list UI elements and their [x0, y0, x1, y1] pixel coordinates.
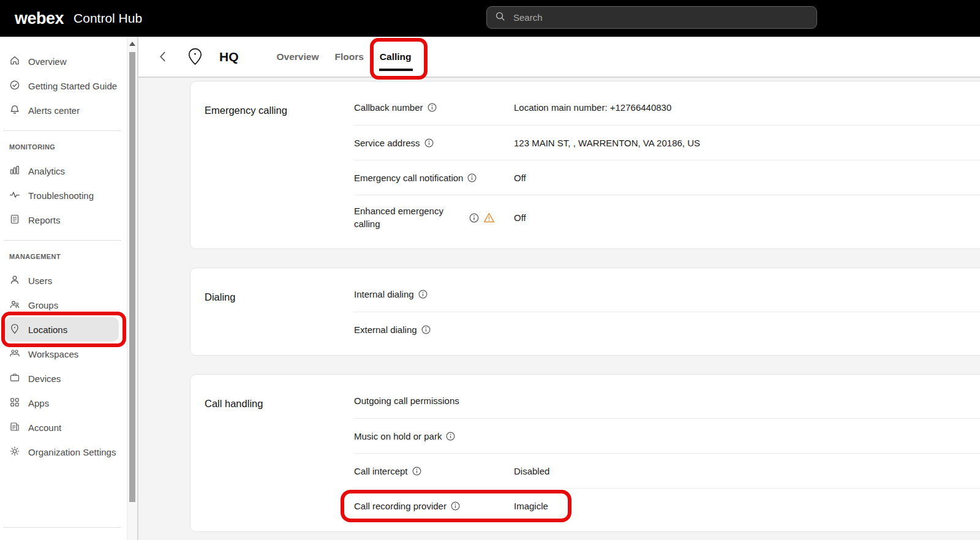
sidebar-heading-management: MANAGEMENT: [0, 243, 137, 268]
label-text: Outgoing call permissions: [354, 396, 459, 406]
label-text: Music on hold or park: [354, 431, 442, 441]
location-pin-icon: [188, 48, 202, 66]
info-icon[interactable]: [469, 213, 479, 223]
sidebar: Overview Getting Started Guide Alerts ce…: [0, 37, 138, 540]
bell-icon: [9, 104, 20, 117]
sidebar-item-workspaces[interactable]: Workspaces: [0, 342, 118, 366]
section-call-handling: Call handling Outgoing call permissions …: [190, 374, 980, 532]
active-tab-underline: [379, 69, 413, 71]
row-label: Call intercept: [354, 466, 514, 476]
label-text: Service address: [354, 138, 420, 148]
sidebar-divider: [4, 130, 121, 131]
location-pin-icon: [9, 323, 20, 336]
location-tabs: Overview Floors Calling: [277, 51, 412, 62]
sidebar-item-label: Workspaces: [28, 349, 78, 359]
row-callback-number[interactable]: Callback number Location main number: +1…: [354, 90, 980, 125]
row-label: Emergency call notification: [354, 173, 514, 183]
sidebar-item-label: Apps: [28, 398, 49, 408]
person-icon: [9, 274, 20, 287]
row-enhanced-emergency-calling[interactable]: Enhanced emergency calling Off: [354, 195, 980, 240]
search-icon: [495, 11, 505, 24]
row-call-intercept[interactable]: Call intercept Disabled: [354, 453, 980, 488]
sidebar-item-overview[interactable]: Overview: [0, 49, 118, 73]
people-icon: [9, 299, 20, 312]
row-music-on-hold-or-park[interactable]: Music on hold or park: [354, 418, 980, 453]
device-icon: [9, 372, 20, 385]
sidebar-item-getting-started-guide[interactable]: Getting Started Guide: [0, 73, 118, 98]
document-icon: [9, 214, 20, 227]
apps-grid-icon: [9, 397, 20, 410]
sidebar-item-troubleshooting[interactable]: Troubleshooting: [0, 183, 118, 208]
sidebar-item-account[interactable]: Account: [0, 415, 118, 440]
page-title: HQ: [219, 50, 239, 64]
info-icon[interactable]: [451, 501, 460, 511]
info-icon[interactable]: [446, 432, 455, 441]
sidebar-item-devices[interactable]: Devices: [0, 366, 118, 391]
sidebar-item-label: Account: [28, 422, 61, 433]
sidebar-item-locations[interactable]: Locations: [5, 317, 119, 342]
bar-chart-icon: [9, 165, 20, 178]
label-text: External dialing: [354, 324, 417, 335]
sidebar-item-label: Users: [28, 276, 52, 286]
row-label: External dialing: [354, 324, 514, 335]
label-text: Call intercept: [354, 466, 408, 476]
sidebar-item-label: Devices: [28, 373, 61, 384]
label-text: Callback number: [354, 102, 423, 113]
location-header: HQ Overview Floors Calling: [138, 37, 980, 78]
row-external-dialing[interactable]: External dialing: [354, 312, 980, 347]
tab-overview[interactable]: Overview: [277, 51, 319, 62]
label-text: Emergency call notification: [354, 173, 463, 183]
info-icon[interactable]: [424, 138, 434, 148]
sidebar-item-apps[interactable]: Apps: [0, 391, 118, 415]
row-label: Service address: [354, 138, 514, 148]
section-title: Call handling: [205, 383, 354, 523]
sidebar-divider: [4, 527, 121, 528]
label-text: Call recording provider: [354, 501, 447, 511]
sidebar-item-label: Organization Settings: [28, 447, 116, 457]
back-button[interactable]: [154, 49, 171, 64]
row-label: Music on hold or park: [354, 431, 514, 441]
search-input[interactable]: [512, 12, 809, 23]
check-circle-icon: [9, 80, 20, 92]
search-box[interactable]: [486, 6, 817, 29]
sidebar-item-label: Alerts center: [28, 105, 80, 116]
info-icon[interactable]: [421, 325, 431, 334]
row-emergency-call-notification[interactable]: Emergency call notification Off: [354, 160, 980, 195]
warning-icon[interactable]: [483, 212, 495, 223]
sidebar-item-reports[interactable]: Reports: [0, 208, 118, 232]
sidebar-item-organization-settings[interactable]: Organization Settings: [0, 440, 118, 464]
sidebar-item-users[interactable]: Users: [0, 268, 118, 293]
info-icon[interactable]: [418, 290, 428, 299]
scrollbar-thumb[interactable]: [129, 52, 135, 502]
row-outgoing-call-permissions[interactable]: Outgoing call permissions: [354, 383, 980, 418]
sidebar-item-label: Reports: [28, 215, 61, 225]
row-label: Internal dialing: [354, 289, 514, 299]
tab-label: Calling: [380, 51, 412, 62]
tab-calling[interactable]: Calling: [380, 51, 412, 62]
row-call-recording-provider[interactable]: Call recording provider Imagicle: [354, 488, 980, 523]
sidebar-item-alerts-center[interactable]: Alerts center: [0, 98, 118, 122]
workspaces-icon: [9, 348, 20, 361]
sidebar-item-groups[interactable]: Groups: [0, 293, 118, 317]
row-label: Callback number: [354, 102, 514, 113]
info-icon[interactable]: [467, 173, 477, 182]
sidebar-scrollbar[interactable]: [127, 37, 137, 540]
label-text: Enhanced emergency calling: [354, 205, 455, 230]
row-internal-dialing[interactable]: Internal dialing: [354, 277, 980, 312]
row-service-address[interactable]: Service address 123 MAIN ST, , WARRENTON…: [354, 125, 980, 160]
row-value: Disabled: [514, 466, 549, 476]
tab-floors[interactable]: Floors: [334, 51, 363, 62]
row-label: Outgoing call permissions: [354, 396, 514, 406]
calling-settings-content: Emergency calling Callback number Locati…: [138, 78, 980, 540]
sidebar-item-label: Analytics: [28, 166, 65, 176]
info-icon[interactable]: [428, 103, 437, 112]
product-name: Control Hub: [74, 11, 142, 26]
row-value: Imagicle: [514, 501, 548, 511]
sidebar-item-label: Locations: [28, 324, 67, 335]
webex-logo: webex: [15, 9, 64, 28]
info-icon[interactable]: [412, 467, 421, 476]
section-dialing: Dialing Internal dialing External dialin…: [190, 268, 980, 356]
sidebar-item-analytics[interactable]: Analytics: [0, 159, 118, 183]
scroll-up-arrow-icon[interactable]: [129, 42, 135, 46]
row-value: Off: [514, 212, 526, 223]
